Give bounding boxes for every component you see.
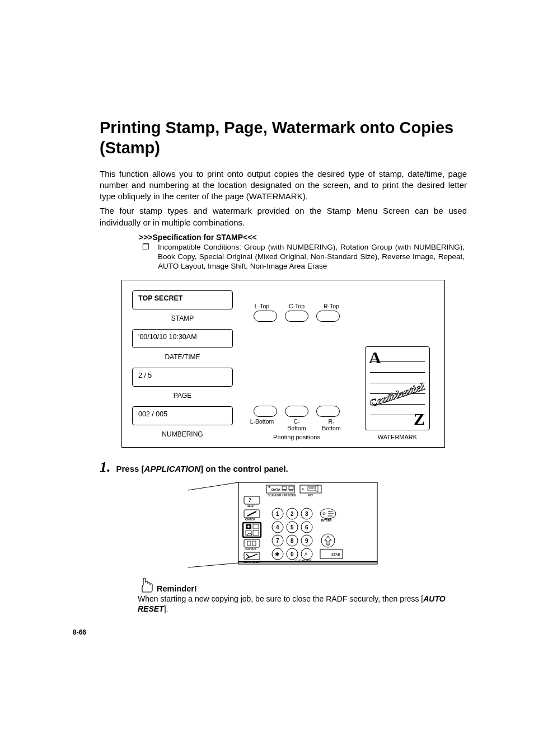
svg-text:6: 6 — [305, 524, 308, 530]
panel-star-label: STAR — [331, 553, 341, 556]
stamp-card-numbering: 002 / 005 — [132, 406, 233, 425]
diagram-watermark: A Z Confidential WATERMARK — [360, 290, 434, 440]
stamp-card-datetime: '00/10/10 10:30AM — [132, 329, 233, 348]
reminder-text-post: ]. — [164, 604, 168, 613]
step-instruction: Press [APPLICATION] on the control panel… — [116, 464, 288, 473]
spec-item: ❒Incompatible Conditions: Group (with NU… — [150, 243, 467, 271]
stamp-card-page: 2 / 5 — [132, 368, 233, 387]
reminder-text: When starting a new copying job, be sure… — [138, 594, 467, 614]
position-label: L-Top — [250, 303, 274, 309]
intro-paragraph-1: This function allows you to print onto o… — [100, 168, 467, 203]
step-number: 1. — [100, 460, 111, 475]
position-label: C-Top — [284, 303, 309, 309]
svg-text:8: 8 — [291, 538, 294, 544]
reminder-text-pre: When starting a new copying job, be sure… — [138, 594, 423, 603]
stamp-card-caption: PAGE — [132, 392, 233, 400]
watermark-letter-a: A — [369, 348, 381, 367]
panel-data-label: DATA — [271, 488, 280, 491]
svg-line-1 — [188, 563, 238, 567]
step-button-name: APPLICATION — [144, 464, 201, 473]
svg-point-14 — [247, 525, 250, 528]
intro-paragraph-2: The four stamp types and watermark provi… — [100, 205, 467, 228]
position-label: L-Bottom — [250, 418, 274, 431]
panel-help-label: HELP — [247, 504, 255, 508]
page-title: Printing Stamp, Page, Watermark onto Cop… — [100, 118, 467, 158]
step-1: 1. Press [APPLICATION] on the control pa… — [100, 460, 467, 475]
svg-rect-18 — [244, 539, 260, 547]
svg-text:✱: ✱ — [275, 551, 279, 557]
watermark-card: A Z Confidential — [365, 346, 430, 430]
svg-point-6 — [269, 486, 270, 488]
position-slot — [285, 406, 308, 417]
panel-fax-label: FAX — [308, 494, 313, 497]
watermark-letter-z: Z — [414, 410, 425, 429]
help-icon: ? — [249, 497, 251, 503]
spec-heading: >>>Specification for STAMP<<< — [139, 233, 467, 242]
control-panel-illustration: DATA SCANNER / PRINTER FAX ? HELP CHECK — [100, 479, 467, 569]
position-slot — [316, 406, 340, 417]
svg-point-46 — [301, 548, 312, 560]
position-bottom-labels: L-Bottom C-Bottom R-Bottom — [250, 418, 344, 431]
reminder-hand-icon — [138, 576, 153, 593]
svg-text:3: 3 — [305, 511, 308, 517]
position-slot — [316, 311, 340, 322]
svg-text:7: 7 — [276, 538, 279, 544]
page-number: 8-66 — [73, 628, 467, 636]
panel-interr-label: INTERR — [321, 519, 332, 522]
stamp-card-value: 002 / 005 — [138, 410, 167, 418]
reminder-block: Reminder! When starting a new copying jo… — [138, 576, 467, 614]
position-label: R-Top — [319, 303, 344, 309]
panel-scanner-label: SCANNER / PRINTER — [268, 494, 296, 497]
svg-text:2: 2 — [291, 511, 294, 517]
position-label: C-Bottom — [284, 418, 309, 431]
diagram-positions: L-Top C-Top R-Top L-Bottom — [240, 290, 354, 440]
stamp-card-caption: STAMP — [132, 314, 233, 322]
svg-text:5: 5 — [291, 524, 294, 530]
position-slot — [254, 406, 277, 417]
svg-line-0 — [188, 482, 238, 490]
position-slot — [254, 311, 277, 322]
stamp-card-value: TOP SECRET — [138, 294, 182, 302]
step-text-post: ] on the control panel. — [200, 464, 288, 473]
spec-marker-icon: ❒ — [150, 243, 158, 252]
svg-text:4: 4 — [276, 524, 279, 530]
reminder-label: Reminder! — [157, 584, 197, 593]
svg-rect-9 — [244, 496, 260, 504]
position-label: R-Bottom — [319, 418, 344, 431]
position-top-labels: L-Top C-Top R-Top — [250, 303, 344, 309]
stamp-diagram: TOP SECRET STAMP '00/10/10 10:30AM DATE/… — [121, 280, 445, 448]
diagram-left-column: TOP SECRET STAMP '00/10/10 10:30AM DATE/… — [132, 290, 233, 440]
panel-clearqty-label: CLEAR QTY. — [296, 559, 312, 562]
panel-check-label: CHECK — [245, 518, 255, 521]
watermark-caption: WATERMARK — [378, 434, 417, 440]
panel-autoreset-label: AUTO RESET — [243, 560, 261, 564]
step-text-pre: Press [ — [116, 464, 144, 473]
numeric-keypad: 1 2 3 4 5 6 7 8 9 ✱ 0 ♯ CLEAR QTY. — [272, 508, 312, 562]
positions-caption: Printing positions — [250, 434, 344, 440]
stamp-card-value: 2 / 5 — [138, 372, 152, 379]
stamp-card-caption: DATE/TIME — [132, 353, 233, 361]
stamp-card-value: '00/10/10 10:30AM — [138, 333, 197, 341]
stamp-card-topsecret: TOP SECRET — [132, 290, 233, 309]
svg-text:1: 1 — [276, 511, 279, 517]
svg-text:0: 0 — [291, 551, 294, 557]
position-slot — [285, 311, 308, 322]
spec-text: Incompatible Conditions: Group (with NUM… — [158, 243, 465, 270]
stamp-card-caption: NUMBERING — [132, 430, 233, 438]
panel-output-label: OUTPUT — [245, 547, 256, 551]
svg-text:9: 9 — [305, 538, 308, 544]
